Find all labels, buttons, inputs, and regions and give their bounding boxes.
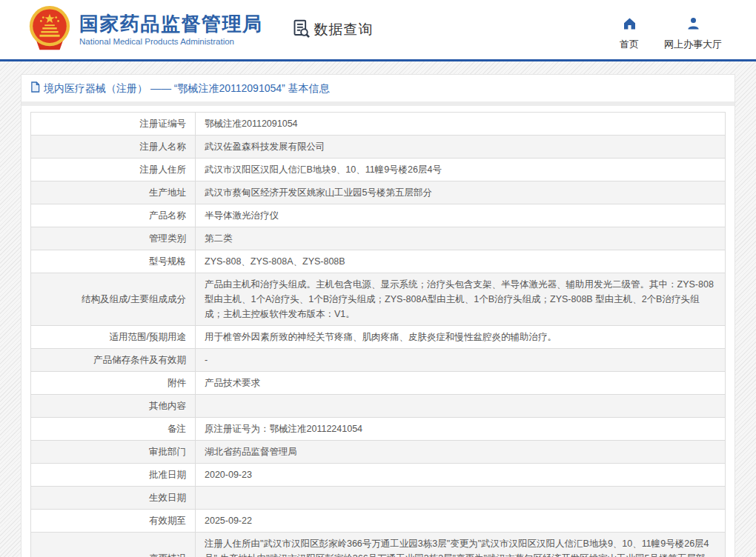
page-document-icon [30, 81, 40, 96]
table-row: 变更情况注册人住所由"武汉市汉阳区彭家岭366号万通工业园3栋3层"变更为"武汉… [31, 533, 726, 557]
row-label: 生产地址 [31, 181, 196, 204]
row-label: 管理类别 [31, 227, 196, 250]
table-row: 注册证编号鄂械注准20112091054 [31, 113, 726, 136]
row-value: ZYS-808、ZYS-808A、ZYS-808B [196, 250, 726, 273]
row-value: 用于椎管外因素所致的神经关节疼痛、肌肉疼痛、皮肤炎症和慢性盆腔炎的辅助治疗。 [196, 326, 726, 349]
brand-title: 国家药品监督管理局 [79, 13, 263, 35]
row-value: 产品由主机和治疗头组成。主机包含电源、显示系统；治疗头包含支架、半导体激光器、辅… [196, 273, 726, 326]
site-header: 国家药品监督管理局 National Medical Products Admi… [0, 0, 756, 61]
main-content: 境内医疗器械（注册） —— “鄂械注准20112091054” 基本信息 注册证… [0, 61, 756, 557]
registration-table-wrap: 注册证编号鄂械注准20112091054 注册人名称武汉佐盈森科技发展有限公司 … [21, 106, 735, 557]
nav-online-hall-label: 网上办事大厅 [664, 38, 722, 51]
row-label: 适用范围/预期用途 [31, 326, 196, 349]
row-value: 武汉佐盈森科技发展有限公司 [196, 136, 726, 159]
row-label: 批准日期 [31, 464, 196, 487]
row-label: 其他内容 [31, 395, 196, 418]
brand-subtitle: National Medical Products Administration [79, 37, 263, 46]
nav-home-label: 首页 [620, 38, 639, 51]
row-label: 有效期至 [31, 510, 196, 533]
table-row: 产品储存条件及有效期- [31, 349, 726, 372]
row-value: 产品技术要求 [196, 372, 726, 395]
row-label: 注册证编号 [31, 113, 196, 136]
row-value: - [196, 349, 726, 372]
table-row: 适用范围/预期用途用于椎管外因素所致的神经关节疼痛、肌肉疼痛、皮肤炎症和慢性盆腔… [31, 326, 726, 349]
row-label: 产品储存条件及有效期 [31, 349, 196, 372]
user-icon [686, 16, 701, 34]
table-row: 附件产品技术要求 [31, 372, 726, 395]
row-label: 型号规格 [31, 250, 196, 273]
row-value: 鄂械注准20112091054 [196, 113, 726, 136]
row-value: 武汉市汉阳区汉阳人信汇B地块9、10、11幢9号楼26层4号 [196, 159, 726, 181]
nav-item-home[interactable]: 首页 [620, 16, 639, 51]
row-value: 第二类 [196, 227, 726, 250]
row-value: 湖北省药品监督管理局 [196, 441, 726, 464]
table-row: 生效日期 [31, 487, 726, 510]
table-row: 批准日期2020-09-23 [31, 464, 726, 487]
panel-title-bar: 境内医疗器械（注册） —— “鄂械注准20112091054” 基本信息 [21, 75, 735, 101]
row-label: 生效日期 [31, 487, 196, 510]
row-label: 结构及组成/主要组成成分 [31, 273, 196, 326]
top-nav: 首页 网上办事大厅 [620, 16, 722, 51]
row-label: 产品名称 [31, 204, 196, 227]
row-value: 原注册证号为：鄂械注准20112241054 [196, 418, 726, 441]
row-label: 审批部门 [31, 441, 196, 464]
row-value: 2020-09-23 [196, 464, 726, 487]
table-row: 注册人名称武汉佐盈森科技发展有限公司 [31, 136, 726, 159]
row-value [196, 487, 726, 510]
table-row: 产品名称半导体激光治疗仪 [31, 204, 726, 227]
document-search-icon [291, 19, 311, 41]
data-query-label: 数据查询 [314, 20, 374, 39]
table-row: 生产地址武汉市蔡甸区经济开发区姚家山工业园5号楼第五层部分 [31, 181, 726, 204]
data-query-nav[interactable]: 数据查询 [291, 19, 374, 41]
brand-home-link[interactable]: 国家药品监督管理局 National Medical Products Admi… [27, 5, 263, 54]
table-row: 备注原注册证号为：鄂械注准20112241054 [31, 418, 726, 441]
row-value [196, 395, 726, 418]
row-value: 注册人住所由"武汉市汉阳区彭家岭366号万通工业园3栋3层"变更为"武汉市汉阳区… [196, 533, 726, 557]
nav-item-online-hall[interactable]: 网上办事大厅 [664, 16, 722, 51]
table-row: 管理类别第二类 [31, 227, 726, 250]
row-label: 注册人住所 [31, 159, 196, 181]
table-row: 注册人住所武汉市汉阳区汉阳人信汇B地块9、10、11幢9号楼26层4号 [31, 159, 726, 181]
row-label: 备注 [31, 418, 196, 441]
row-value: 半导体激光治疗仪 [196, 204, 726, 227]
row-label: 变更情况 [31, 533, 196, 557]
row-value: 2025-09-22 [196, 510, 726, 533]
detail-panel: 境内医疗器械（注册） —— “鄂械注准20112091054” 基本信息 注册证… [21, 74, 735, 557]
page-title: 境内医疗器械（注册） —— “鄂械注准20112091054” 基本信息 [44, 82, 330, 96]
table-row: 型号规格ZYS-808、ZYS-808A、ZYS-808B [31, 250, 726, 273]
row-label: 注册人名称 [31, 136, 196, 159]
table-row: 其他内容 [31, 395, 726, 418]
national-emblem-logo [27, 5, 73, 54]
table-row: 有效期至2025-09-22 [31, 510, 726, 533]
table-row: 结构及组成/主要组成成分产品由主机和治疗头组成。主机包含电源、显示系统；治疗头包… [31, 273, 726, 326]
row-value: 武汉市蔡甸区经济开发区姚家山工业园5号楼第五层部分 [196, 181, 726, 204]
registration-info-table: 注册证编号鄂械注准20112091054 注册人名称武汉佐盈森科技发展有限公司 … [30, 112, 726, 557]
table-row: 审批部门湖北省药品监督管理局 [31, 441, 726, 464]
row-label: 附件 [31, 372, 196, 395]
home-icon [622, 16, 637, 34]
